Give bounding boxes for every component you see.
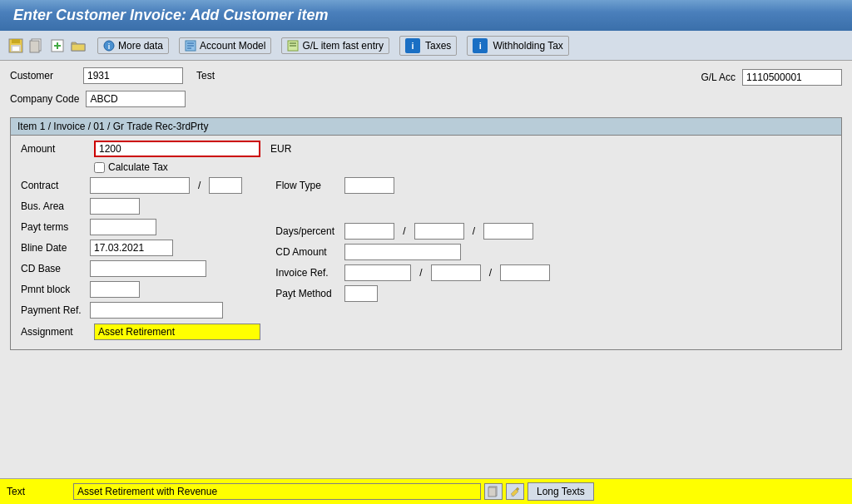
payt-terms-label: Payt terms (21, 221, 83, 233)
currency-label: EUR (270, 143, 291, 155)
cd-amount-row: CD Amount (275, 244, 550, 260)
customer-name: Test (196, 70, 215, 82)
bus-area-input[interactable] (90, 198, 140, 215)
more-data-button[interactable]: i More data (97, 37, 169, 54)
gl-acc-label: G/L Acc (701, 72, 736, 83)
company-code-label: Company Code (10, 93, 79, 105)
contract-sub-input[interactable] (209, 177, 242, 194)
bline-date-label: Bline Date (21, 242, 83, 254)
info-icon-withholding: i (473, 38, 488, 53)
main-window: Enter Customer Invoice: Add Customer ite… (0, 0, 852, 504)
long-texts-button[interactable]: Long Texts (528, 482, 594, 501)
cd-base-label: CD Base (21, 263, 83, 274)
payment-ref-input[interactable] (90, 302, 223, 319)
customer-label: Customer (10, 70, 77, 82)
days-percent-input2[interactable] (414, 223, 464, 240)
edit-icon-btn[interactable] (506, 483, 524, 500)
taxes-button[interactable]: i Taxes (399, 36, 457, 56)
svg-rect-20 (488, 487, 496, 497)
flow-type-label: Flow Type (275, 180, 338, 191)
text-label: Text (7, 486, 73, 497)
bus-area-label: Bus. Area (21, 200, 83, 212)
copy-icon[interactable] (27, 37, 46, 55)
days-percent-row: Days/percent / / (275, 223, 550, 240)
account-model-button[interactable]: Account Model (179, 37, 271, 54)
assignment-label: Assignment (21, 326, 87, 338)
payt-method-label: Payt Method (275, 288, 338, 299)
gl-fast-entry-button[interactable]: G/L item fast entry (281, 37, 389, 54)
calculate-tax-row: Calculate Tax (94, 161, 831, 173)
withholding-tax-button[interactable]: i Withholding Tax (467, 36, 569, 56)
calculate-tax-label: Calculate Tax (108, 161, 168, 173)
svg-rect-1 (12, 39, 20, 43)
days-percent-input3[interactable] (483, 223, 533, 240)
copy-icon-btn[interactable] (484, 483, 503, 500)
toolbar: i More data Account Model G/L item fast … (0, 31, 852, 61)
new-icon[interactable] (48, 37, 67, 55)
save-icon[interactable] (7, 37, 25, 55)
main-content: Customer Test Company Code G/L Acc Item … (0, 61, 852, 478)
customer-row: Customer Test (10, 67, 215, 84)
item-header: Item 1 / Invoice / 01 / Gr Trade Rec-3rd… (11, 118, 841, 136)
invoice-ref-label: Invoice Ref. (275, 267, 338, 279)
invoice-ref-input2[interactable] (431, 264, 481, 281)
svg-rect-9 (72, 44, 85, 51)
amount-label: Amount (21, 143, 87, 155)
payt-terms-input[interactable] (90, 219, 156, 235)
contract-label: Contract (21, 180, 83, 191)
item-body: Amount EUR Calculate Tax Contract (11, 136, 841, 349)
two-col-form: Contract / Bus. Area Payt terms (21, 177, 831, 319)
payment-ref-label: Payment Ref. (21, 304, 83, 316)
assignment-input[interactable] (94, 324, 260, 340)
left-column: Contract / Bus. Area Payt terms (21, 177, 242, 319)
cd-amount-label: CD Amount (275, 246, 338, 258)
company-code-input[interactable] (86, 91, 186, 107)
cd-amount-input[interactable] (344, 244, 461, 260)
bline-date-input[interactable] (90, 240, 173, 256)
contract-slash: / (196, 180, 202, 191)
amount-row: Amount EUR (21, 141, 831, 157)
flow-type-row: Flow Type (275, 177, 550, 194)
amount-input[interactable] (94, 141, 260, 157)
invoice-ref-input3[interactable] (500, 264, 550, 281)
payment-ref-row: Payment Ref. (21, 302, 242, 319)
customer-input[interactable] (83, 67, 183, 84)
right-column: Flow Type Days/percent / / (275, 177, 550, 319)
cd-base-row: CD Base (21, 260, 242, 277)
invoice-ref-input1[interactable] (344, 264, 411, 281)
cd-base-input[interactable] (90, 260, 206, 277)
svg-rect-5 (30, 41, 39, 52)
svg-rect-3 (12, 47, 19, 51)
text-input[interactable] (73, 483, 481, 500)
page-title: Enter Customer Invoice: Add Customer ite… (13, 7, 328, 23)
text-row: Text Long Texts (0, 478, 852, 504)
folder-icon[interactable] (69, 37, 87, 55)
days-percent-input1[interactable] (344, 223, 394, 240)
pmnt-block-input[interactable] (90, 281, 140, 298)
flow-type-input[interactable] (344, 177, 394, 194)
days-percent-label: Days/percent (275, 225, 338, 237)
payt-method-row: Payt Method (275, 285, 550, 302)
gl-acc-input[interactable] (742, 69, 842, 86)
title-bar: Enter Customer Invoice: Add Customer ite… (0, 0, 852, 31)
bline-date-row: Bline Date (21, 240, 242, 256)
contract-input[interactable] (90, 177, 190, 194)
calculate-tax-checkbox[interactable] (94, 162, 105, 173)
contract-row: Contract / (21, 177, 242, 194)
info-icon-taxes: i (405, 38, 420, 53)
spacer-row (275, 198, 550, 219)
toolbar-icon-group (7, 37, 87, 55)
pmnt-block-label: Pmnt block (21, 284, 83, 295)
payt-method-input[interactable] (344, 285, 378, 302)
svg-text:i: i (108, 42, 111, 51)
payt-terms-row: Payt terms (21, 219, 242, 235)
invoice-ref-row: Invoice Ref. / / (275, 264, 550, 281)
pmnt-block-row: Pmnt block (21, 281, 242, 298)
item-section: Item 1 / Invoice / 01 / Gr Trade Rec-3rd… (10, 117, 842, 350)
bus-area-row: Bus. Area (21, 198, 242, 215)
assignment-row: Assignment (21, 324, 831, 340)
company-code-row: Company Code (10, 91, 215, 107)
